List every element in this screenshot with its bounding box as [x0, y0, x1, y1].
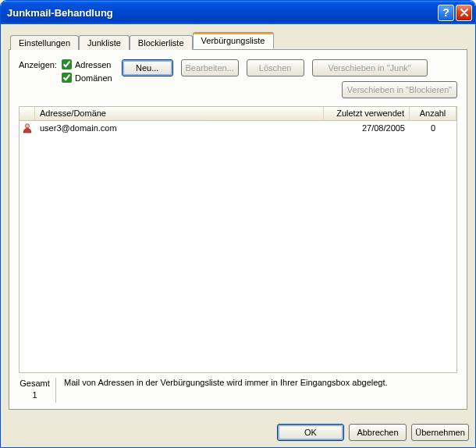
show-domains-input[interactable]	[62, 73, 72, 83]
tab-strip: Einstellungen Junkliste Blockierliste Ve…	[9, 32, 467, 49]
help-button[interactable]: ?	[438, 5, 454, 21]
ok-button[interactable]: OK	[277, 424, 344, 441]
apply-button[interactable]: Übernehmen	[411, 424, 469, 441]
window: Junkmail-Behandlung ? Einstellungen Junk…	[0, 0, 476, 448]
close-button[interactable]	[456, 5, 472, 21]
cell-count: 0	[410, 123, 456, 133]
move-junk-button[interactable]: Verschieben in "Junk"	[312, 59, 428, 76]
tab-blockierliste[interactable]: Blockierliste	[130, 35, 193, 50]
close-icon	[460, 9, 468, 16]
column-count[interactable]: Anzahl	[410, 107, 456, 120]
dialog-buttons: OK Abbrechen Übernehmen	[1, 418, 475, 447]
total-label: Gesamt	[19, 378, 51, 389]
person-icon	[20, 123, 35, 133]
column-last-used[interactable]: Zuletzt verwendet	[324, 107, 410, 120]
dialog-body: Einstellungen Junkliste Blockierliste Ve…	[1, 24, 475, 418]
show-domains-checkbox[interactable]: Domänen	[62, 73, 112, 83]
show-addresses-input[interactable]	[62, 59, 72, 69]
window-title: Junkmail-Behandlung	[7, 7, 436, 19]
table: Adresse/Domäne Zuletzt verwendet Anzahl …	[19, 106, 457, 373]
show-domains-label: Domänen	[75, 73, 112, 83]
show-group: Anzeigen: Adressen Domänen	[19, 59, 112, 83]
column-address[interactable]: Adresse/Domäne	[35, 107, 324, 120]
delete-button[interactable]: Löschen	[247, 59, 304, 76]
new-button[interactable]: Neu...	[122, 59, 173, 76]
show-addresses-checkbox[interactable]: Adressen	[62, 59, 112, 69]
table-row[interactable]: user3@domain.com 27/08/2005 0	[20, 121, 456, 135]
show-label: Anzeigen:	[19, 59, 57, 83]
total-value: 1	[19, 389, 51, 401]
tab-verbuergungsliste[interactable]: Verbürgungsliste	[193, 32, 274, 49]
column-icon[interactable]	[20, 107, 35, 120]
move-block-button[interactable]: Verschieben in "Blockieren"	[342, 81, 457, 98]
tab-panel: Anzeigen: Adressen Domänen	[9, 49, 467, 410]
show-addresses-label: Adressen	[75, 60, 111, 69]
tab-junkliste[interactable]: Junkliste	[79, 35, 130, 50]
cell-address: user3@domain.com	[35, 123, 324, 133]
total-counter: Gesamt 1	[19, 378, 56, 403]
cancel-button[interactable]: Abbrechen	[349, 424, 407, 441]
cell-last-used: 27/08/2005	[324, 123, 410, 133]
footer: Gesamt 1 Mail von Adressen in der Verbür…	[19, 378, 457, 403]
table-header: Adresse/Domäne Zuletzt verwendet Anzahl	[20, 107, 456, 121]
footer-description: Mail von Adressen in der Verbürgungslist…	[64, 378, 457, 387]
table-body[interactable]: user3@domain.com 27/08/2005 0	[20, 121, 456, 372]
top-controls: Anzeigen: Adressen Domänen	[19, 59, 457, 98]
titlebar[interactable]: Junkmail-Behandlung ?	[1, 1, 475, 24]
svg-point-0	[25, 124, 29, 128]
edit-button[interactable]: Bearbeiten...	[181, 59, 239, 76]
tab-einstellungen[interactable]: Einstellungen	[10, 35, 79, 50]
